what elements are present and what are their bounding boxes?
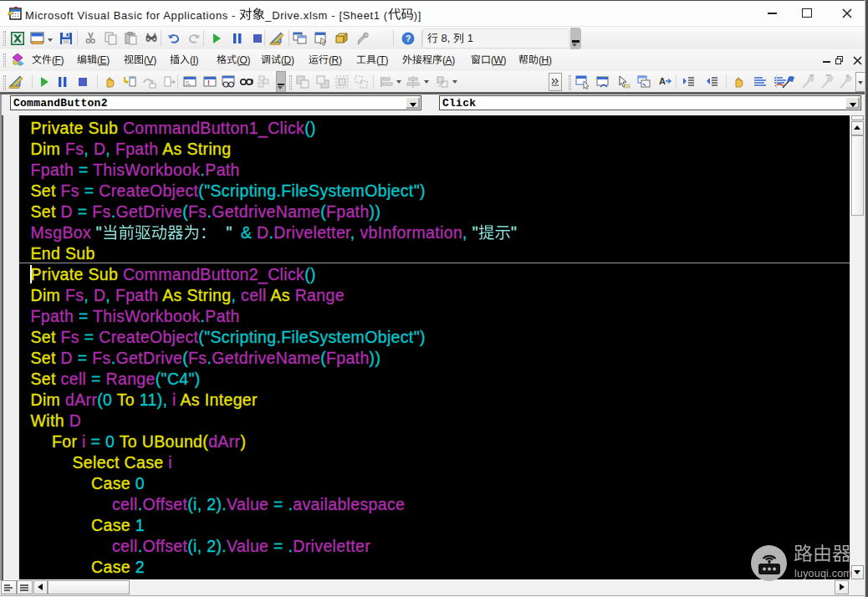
svg-text:!: ! — [207, 79, 210, 87]
svg-text:?: ? — [406, 33, 411, 43]
svg-text:A: A — [659, 76, 666, 86]
